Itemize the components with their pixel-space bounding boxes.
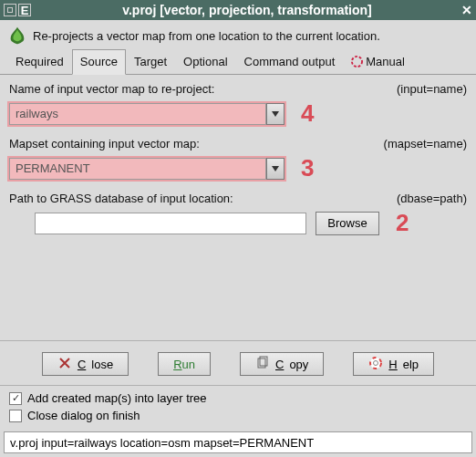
close-label-u: C <box>78 358 86 371</box>
input-hint: (input=name) <box>397 82 467 96</box>
run-button[interactable]: Run <box>158 352 211 376</box>
manual-icon <box>351 56 363 68</box>
svg-point-4 <box>374 360 378 365</box>
lifebuoy-icon <box>368 356 383 373</box>
field-mapset: Mapset containing input vector map: (map… <box>9 137 467 182</box>
tab-command-output[interactable]: Command output <box>236 49 344 74</box>
close-label-rest: lose <box>91 358 113 371</box>
check-close-dialog-label: Close dialog on finish <box>27 409 140 422</box>
command-preview: v.proj input=railways location=osm mapse… <box>4 431 472 453</box>
tab-source[interactable]: Source <box>72 49 126 75</box>
tab-manual[interactable]: Manual <box>343 49 413 74</box>
copy-label-u: C <box>275 358 284 371</box>
dialog-description: Re-projects a vector map from one locati… <box>33 29 380 43</box>
titlebar: E v.proj [vector, projection, transforma… <box>0 0 476 20</box>
dbase-label: Path to GRASS database of input location… <box>9 192 233 205</box>
dialog-button-row: Close Run Copy Help <box>0 340 476 386</box>
tab-source-content: Name of input vector map to re-project: … <box>0 75 476 340</box>
tab-optional[interactable]: Optional <box>175 49 235 74</box>
run-label-u: R <box>173 358 181 371</box>
window-title: v.proj [vector, projection, transformati… <box>33 3 461 17</box>
check-close-dialog-row[interactable]: Close dialog on finish <box>9 409 467 422</box>
run-label-rest: un <box>182 358 195 371</box>
check-add-layer-row[interactable]: ✓ Add created map(s) into layer tree <box>9 391 467 405</box>
tab-bar: Required Source Target Optional Command … <box>0 49 476 75</box>
field-input: Name of input vector map to re-project: … <box>9 82 467 128</box>
close-btn-icon <box>57 356 72 373</box>
window-body: Re-projects a vector map from one locati… <box>0 20 476 457</box>
copy-label-rest: opy <box>289 358 308 371</box>
browse-label: Browse <box>327 216 367 230</box>
field-dbase: Path to GRASS database of input location… <box>9 192 467 237</box>
copy-button[interactable]: Copy <box>240 352 324 376</box>
maximize-icon[interactable]: E <box>18 4 31 16</box>
callout-2: 2 <box>396 209 409 237</box>
minimize-icon[interactable] <box>4 4 16 16</box>
checks-area: ✓ Add created map(s) into layer tree Clo… <box>0 386 476 430</box>
mapset-combo[interactable] <box>9 158 285 180</box>
help-label-rest: elp <box>403 358 419 371</box>
tab-target[interactable]: Target <box>126 49 175 74</box>
dbase-input[interactable] <box>35 213 306 234</box>
tab-manual-label: Manual <box>366 55 405 68</box>
copy-icon <box>255 356 270 373</box>
browse-button[interactable]: Browse <box>316 212 379 235</box>
svg-point-0 <box>352 57 362 67</box>
dialog-header: Re-projects a vector map from one locati… <box>0 20 476 49</box>
input-value[interactable] <box>9 103 266 125</box>
check-add-layer-label: Add created map(s) into layer tree <box>27 391 207 405</box>
callout-3: 3 <box>301 154 314 182</box>
tab-required[interactable]: Required <box>7 49 72 74</box>
help-button[interactable]: Help <box>353 352 434 376</box>
input-combo[interactable] <box>9 103 285 125</box>
close-icon[interactable]: ✕ <box>461 3 472 17</box>
dbase-hint: (dbase=path) <box>397 192 467 205</box>
mapset-value[interactable] <box>9 158 266 180</box>
check-close-dialog-box[interactable] <box>9 410 22 422</box>
mapset-hint: (mapset=name) <box>384 137 467 151</box>
mapset-label: Mapset containing input vector map: <box>9 137 200 151</box>
input-dropdown-icon[interactable] <box>266 103 285 125</box>
check-add-layer-box[interactable]: ✓ <box>9 392 22 405</box>
close-button[interactable]: Close <box>42 352 129 376</box>
input-label: Name of input vector map to re-project: <box>9 82 214 96</box>
grass-icon <box>7 26 27 46</box>
mapset-dropdown-icon[interactable] <box>266 158 285 180</box>
help-label-u: H <box>388 358 397 371</box>
callout-4: 4 <box>301 99 314 128</box>
